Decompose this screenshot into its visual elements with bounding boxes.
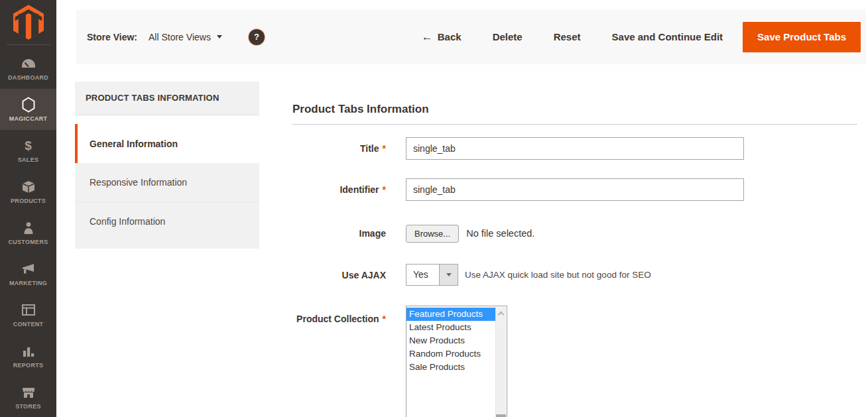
chevron-down-icon[interactable] [217,35,222,38]
scrollbar-up-arrow-icon[interactable] [498,312,505,318]
identifier-field-row: Identifier* [292,178,857,201]
title-input[interactable] [406,137,744,160]
use-ajax-note: Use AJAX quick load site but not good fo… [465,264,651,286]
marketing-megaphone-icon [21,262,36,276]
stores-shop-icon [21,385,36,400]
product-collection-label: Product Collection* [292,305,386,328]
sidebar-item-stores[interactable]: STORES [0,377,56,417]
content-layout-icon [21,303,36,318]
sidebar-item-marketing[interactable]: MARKETING [0,253,56,294]
sidebar-item-dashboard[interactable]: DASHBOARD [0,48,56,89]
help-icon[interactable]: ? [249,29,265,45]
use-ajax-selected-value: Yes [406,265,439,285]
sidebar-item-products[interactable]: PRODUCTS [0,171,56,212]
save-and-continue-button[interactable]: Save and Continue Edit [612,31,723,42]
use-ajax-label: Use AJAX [292,264,386,286]
identifier-input[interactable] [406,178,744,201]
delete-button[interactable]: Delete [493,31,523,42]
customers-person-icon [21,221,36,235]
tab-general-information[interactable]: General Information [75,124,259,163]
back-button[interactable]: ← Back [422,31,462,42]
sidebar-item-label: PRODUCTS [11,198,46,204]
store-view-label: Store View: [87,32,137,42]
listbox-option-random-products[interactable]: Random Products [406,347,496,361]
sidebar-item-customers[interactable]: CUSTOMERS [0,212,56,253]
save-product-tabs-button[interactable]: Save Product Tabs [743,22,861,52]
sales-dollar-icon: $ [21,139,36,153]
identifier-label: Identifier* [292,178,386,201]
reset-button[interactable]: Reset [554,31,581,42]
page-title: Product Tabs Information [292,103,429,116]
tab-config-information[interactable]: Config Information [75,202,259,240]
use-ajax-select[interactable]: Yes [406,264,458,286]
sidebar-item-label: MAGICCART [9,115,48,122]
admin-sidebar: DASHBOARD MAGICCART $ SALES [0,0,56,417]
sidebar-item-label: MARKETING [9,280,47,286]
title-field-row: Title* [292,137,857,160]
product-collection-listbox[interactable]: Featured Products Latest Products New Pr… [406,306,507,417]
sidebar-item-label: CONTENT [13,321,44,328]
magento-admin-page: DASHBOARD MAGICCART $ SALES [0,0,868,417]
image-label: Image [292,224,386,243]
sidebar-item-reports[interactable]: REPORTS [0,335,56,377]
required-asterisk: * [383,184,386,195]
scrollbar-thumb[interactable] [496,414,506,417]
product-tabs-panel: PRODUCT TABS INFORMATION General Informa… [75,82,259,249]
select-dropdown-arrow-icon[interactable] [439,265,458,285]
magento-logo-icon[interactable] [13,5,44,40]
listbox-option-featured-products[interactable]: Featured Products [406,308,496,321]
file-status-text: No file selected. [466,228,534,239]
required-asterisk: * [383,143,386,154]
dashboard-gauge-icon [21,56,36,71]
panel-tabs: General Information Responsive Informati… [75,124,259,249]
sidebar-divider [7,44,50,45]
panel-header: PRODUCT TABS INFORMATION [75,82,259,115]
heading-divider [292,124,857,125]
store-view-switcher[interactable]: All Store Views [149,32,211,42]
products-box-icon [21,180,36,194]
magiccart-hexagon-icon [21,97,36,112]
sidebar-item-content[interactable]: CONTENT [0,294,56,335]
listbox-scrollbar[interactable] [495,307,506,417]
listbox-option-new-products[interactable]: New Products [406,334,496,347]
sidebar-item-magiccart[interactable]: MAGICCART [0,89,56,130]
sidebar-nav: DASHBOARD MAGICCART $ SALES [0,48,56,417]
image-field-row: Image Browse... No file selected. [292,224,857,243]
product-collection-field-row: Product Collection* Featured Products La… [292,305,857,328]
page-actions-toolbar: Store View: All Store Views ? ← Back Del… [76,9,866,64]
sidebar-item-label: STORES [15,403,41,410]
title-label: Title* [292,137,386,160]
listbox-option-latest-products[interactable]: Latest Products [406,321,496,334]
reports-barchart-icon [21,344,36,359]
browse-button[interactable]: Browse... [406,225,459,243]
tab-responsive-information[interactable]: Responsive Information [75,163,259,202]
back-arrow-icon: ← [422,31,433,42]
sidebar-item-label: CUSTOMERS [8,239,48,245]
sidebar-item-label: SALES [18,156,39,163]
sidebar-item-label: REPORTS [13,362,44,369]
use-ajax-field-row: Use AJAX Yes Use AJAX quick load site bu… [292,264,857,286]
listbox-option-sale-products[interactable]: Sale Products [406,361,496,374]
toolbar-buttons: ← Back Delete Reset Save and Continue Ed… [422,31,723,42]
sidebar-item-sales[interactable]: $ SALES [0,130,56,171]
back-button-label: Back [438,31,462,42]
required-asterisk: * [383,314,386,324]
sidebar-item-label: DASHBOARD [8,74,48,81]
